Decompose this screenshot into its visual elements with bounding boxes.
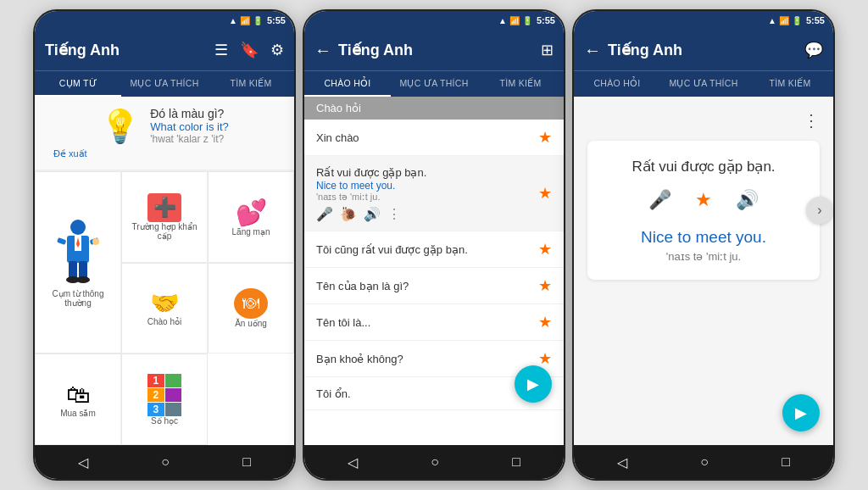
star-5[interactable]: ★: [538, 313, 552, 331]
chat-icon[interactable]: 💬: [804, 41, 823, 59]
star-4[interactable]: ★: [538, 276, 552, 295]
tab-chao-hoi-2[interactable]: CHÀO HỎI: [304, 71, 391, 97]
detail-speaker-icon[interactable]: 🔊: [736, 189, 759, 211]
list-item-content-5: Tên tôi là...: [316, 315, 538, 330]
list-item-content-4: Tên của bạn là gì?: [316, 278, 538, 293]
svg-rect-8: [56, 237, 65, 245]
back-arrow-3[interactable]: ←: [584, 41, 601, 60]
back-arrow-2[interactable]: ←: [314, 41, 331, 60]
home-button-3[interactable]: ○: [692, 454, 717, 470]
grid-item-label-cum-tu: Cụm từ thông thường: [41, 289, 115, 308]
list-item-vi-7: Tôi ổn.: [316, 387, 351, 400]
wifi-icon: 📶: [240, 16, 250, 25]
tabs-1: CỤM TỪ MỤC ƯA THÍCH TÌM KIẾM: [35, 70, 294, 97]
list-item-vi-5: Tên tôi là...: [316, 316, 370, 329]
tab-tim-kiem-3[interactable]: TÌM KIẾM: [747, 71, 833, 97]
back-button-1[interactable]: ◁: [70, 454, 97, 471]
list-item-4[interactable]: Tên của bạn là gì? ★: [304, 268, 564, 304]
grid-item-khan-cap[interactable]: ➕ Trường hợp khẩn cấp: [121, 171, 208, 263]
hearts-icon: 💕: [236, 198, 267, 227]
list-icon[interactable]: ☰: [214, 41, 228, 59]
grid-item-label-so-hoc: Số học: [151, 416, 178, 426]
tab-muc-ua-thich-3[interactable]: MỤC ƯA THÍCH: [660, 71, 747, 97]
de-xuat-label: Đề xuất: [53, 148, 87, 159]
app-bar-3: ← Tiếng Anh 💬: [574, 30, 833, 70]
battery-icon: 🔋: [253, 16, 263, 25]
category-grid: Cụm từ thông thường ➕ Trường hợp khẩn cấ…: [35, 170, 294, 445]
detail-en: Nice to meet you.: [604, 228, 803, 247]
signal-icon: ▲: [229, 16, 237, 25]
mic-icon[interactable]: 🎤: [316, 206, 333, 222]
suggestion-row: 💡 Đó là màu gì? What color is it? 'hwat …: [100, 107, 228, 145]
layers-icon[interactable]: ⊞: [541, 41, 554, 59]
list-item-1[interactable]: Xin chào ★: [304, 120, 564, 156]
grid-item-an-uong[interactable]: 🍽 Ăn uống: [208, 263, 294, 354]
detail-actions: 🎤 ★ 🔊: [604, 189, 803, 211]
detail-dots[interactable]: ⋮: [803, 110, 820, 131]
tab-tim-kiem-1[interactable]: TÌM KIẾM: [208, 71, 294, 97]
grid-item-label-khan-cap: Trường hợp khẩn cấp: [127, 222, 202, 241]
tab-tim-kiem-2[interactable]: TÌM KIẾM: [477, 71, 564, 97]
phone-1: ▲ 📶 🔋 5:55 Tiếng Anh ☰ 🔖 ⚙ CỤM TỪ MỤC ƯA…: [33, 9, 296, 481]
star-3[interactable]: ★: [538, 240, 552, 259]
tab-chao-hoi-3[interactable]: CHÀO HỎI: [574, 71, 660, 97]
settings-icon[interactable]: ⚙: [270, 41, 284, 59]
recent-button-2[interactable]: □: [504, 454, 529, 470]
section-header: Chào hỏi: [304, 97, 564, 120]
bookmark-icon[interactable]: 🔖: [240, 41, 259, 59]
tab-cum-tu[interactable]: CỤM TỪ: [35, 71, 121, 97]
more-icon[interactable]: ⋮: [387, 206, 401, 222]
detail-phonetic: 'naɪs tə 'miːt ju.: [604, 250, 803, 263]
status-icons-2: ▲ 📶 🔋: [498, 16, 532, 25]
app-bar-2: ← Tiếng Anh ⊞: [304, 30, 564, 70]
app-bar-icons-1: ☰ 🔖 ⚙: [214, 41, 284, 59]
detail-star-icon[interactable]: ★: [695, 189, 712, 211]
list-item-vi-3: Tôi cũng rất vui được gặp bạn.: [316, 243, 468, 256]
recent-button-3[interactable]: □: [773, 454, 798, 470]
list-item-2-expanded: Rất vui được gặp bạn. Nice to meet you. …: [304, 156, 564, 231]
recent-button-1[interactable]: □: [234, 454, 259, 470]
status-icons-3: ▲ 📶 🔋: [768, 16, 802, 25]
back-button-3[interactable]: ◁: [609, 454, 636, 471]
list-item-3[interactable]: Tôi cũng rất vui được gặp bạn. ★: [304, 231, 564, 268]
battery-icon-3: 🔋: [792, 16, 802, 25]
list-item-vi-2: Rất vui được gặp bạn.: [316, 166, 426, 179]
speaker-icon[interactable]: 🔊: [364, 206, 381, 222]
food-icon: 🍽: [234, 288, 268, 319]
status-bar-2: ▲ 📶 🔋 5:55: [304, 11, 564, 30]
back-button-2[interactable]: ◁: [339, 454, 366, 471]
grid-item-label-lang-man: Lãng mạn: [232, 227, 270, 237]
grid-item-label-mua-sam: Mua sắm: [60, 409, 96, 418]
play-fab-3[interactable]: ▶: [782, 394, 820, 432]
detail-mic-icon[interactable]: 🎤: [648, 189, 671, 211]
grid-item-chao-hoi[interactable]: 🤝 Chào hỏi: [121, 263, 208, 354]
list-item-2[interactable]: Rất vui được gặp bạn. Nice to meet you. …: [304, 156, 564, 231]
content-2: Chào hỏi Xin chào ★ Rất vui được gặp bạn…: [304, 97, 564, 445]
status-bar-3: ▲ 📶 🔋 5:55: [574, 11, 833, 30]
grid-item-cum-tu[interactable]: Cụm từ thông thường: [35, 171, 121, 354]
tab-muc-ua-thich-1[interactable]: MỤC ƯA THÍCH: [121, 71, 208, 97]
star-1[interactable]: ★: [538, 128, 552, 147]
star-2[interactable]: ★: [538, 184, 552, 203]
list-item-5[interactable]: Tên tôi là... ★: [304, 304, 564, 341]
status-icons-1: ▲ 📶 🔋: [229, 16, 263, 25]
home-button-2[interactable]: ○: [422, 454, 448, 470]
suggestion-en[interactable]: What color is it?: [150, 120, 228, 133]
phone-2: ▲ 📶 🔋 5:55 ← Tiếng Anh ⊞ CHÀO HỎI MỤC ƯA…: [303, 9, 565, 481]
next-arrow[interactable]: ›: [806, 197, 833, 224]
detail-vi: Rất vui được gặp bạn.: [604, 158, 803, 175]
snail-icon[interactable]: 🐌: [340, 206, 357, 222]
status-time-2: 5:55: [537, 15, 555, 25]
list-item-vi-4: Tên của bạn là gì?: [316, 280, 409, 292]
wifi-icon-2: 📶: [509, 16, 520, 25]
play-fab-2[interactable]: ▶: [515, 365, 552, 403]
grid-item-mua-sam[interactable]: 🛍 Mua sắm: [35, 354, 121, 445]
tab-muc-ua-thich-2[interactable]: MỤC ƯA THÍCH: [391, 71, 477, 97]
grid-item-so-hoc[interactable]: 1 2 3 Số học: [121, 354, 208, 445]
wifi-icon-3: 📶: [779, 16, 789, 25]
home-button-1[interactable]: ○: [153, 454, 178, 470]
nav-bar-2: ◁ ○ □: [304, 445, 564, 479]
star-6[interactable]: ★: [538, 349, 552, 368]
suggestion-vi: Đó là màu gì?: [150, 107, 228, 120]
grid-item-lang-man[interactable]: 💕 Lãng mạn: [208, 171, 294, 263]
